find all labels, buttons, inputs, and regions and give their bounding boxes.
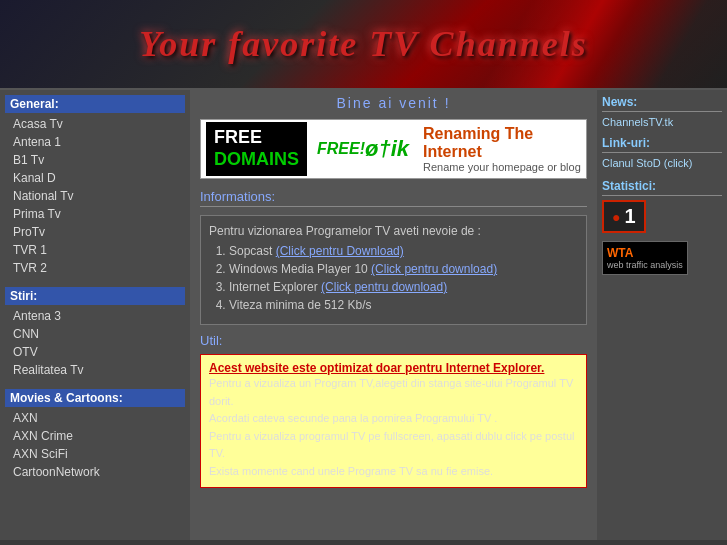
list-item: Sopcast (Click pentru Download): [229, 244, 578, 258]
item-label: Sopcast: [229, 244, 272, 258]
info-content: Pentru vizionarea Programelor TV aveti n…: [200, 215, 587, 325]
sidebar-item-axnscifi[interactable]: AXN SciFi: [5, 445, 185, 463]
warning-text: Acest website este optimizat doar pentru…: [209, 361, 578, 375]
item-label: Windows Media Player 10: [229, 262, 368, 276]
info-list: Sopcast (Click pentru Download) Windows …: [209, 244, 578, 312]
para-3: Pentru a vizualiza programul TV pe fulls…: [209, 428, 578, 463]
sopcast-link[interactable]: (Click pentru Download): [276, 244, 404, 258]
wta-subtitle: web traffic analysis: [607, 260, 683, 270]
informations-header: Informations:: [200, 189, 587, 207]
links-header: Link-uri:: [602, 136, 722, 153]
list-item: Windows Media Player 10 (Click pentru do…: [229, 262, 578, 276]
news-header: News:: [602, 95, 722, 112]
list-item: Viteza minima de 512 Kb/s: [229, 298, 578, 312]
sidebar-item-kanald[interactable]: Kanal D: [5, 169, 185, 187]
sidebar-item-otv[interactable]: OTV: [5, 343, 185, 361]
sidebar-item-axn[interactable]: AXN: [5, 409, 185, 427]
sidebar-section-movies: Movies & Cartoons:: [5, 389, 185, 407]
banner-domains-label: DOMAINS: [214, 149, 299, 169]
main-layout: General: Acasa Tv Antena 1 B1 Tv Kanal D…: [0, 90, 727, 540]
wmp-link[interactable]: (Click pentru download): [371, 262, 497, 276]
banner-image: FREEDOMAINS FREE! ø†ik Renaming The Inte…: [200, 119, 587, 179]
sidebar-item-b1tv[interactable]: B1 Tv: [5, 151, 185, 169]
warning-box: Acest website este optimizat doar pentru…: [200, 354, 587, 488]
page-header: Your favorite TV Channels: [0, 0, 727, 90]
info-intro: Pentru vizionarea Programelor TV aveti n…: [209, 224, 578, 238]
left-sidebar: General: Acasa Tv Antena 1 B1 Tv Kanal D…: [0, 90, 190, 540]
para-2: Acordati cateva secunde pana la pornirea…: [209, 410, 578, 428]
stats-counter: ● 1: [602, 200, 646, 233]
sidebar-item-antena3[interactable]: Antena 3: [5, 307, 185, 325]
sidebar-item-protv[interactable]: ProTv: [5, 223, 185, 241]
sidebar-item-primatv[interactable]: Prima Tv: [5, 205, 185, 223]
stats-section: Statistici: ● 1 WTA web traffic analysis: [602, 179, 722, 275]
banner-logo: FREE! ø†ik Renaming The Internet Rename …: [317, 125, 581, 173]
banner-area[interactable]: FREEDOMAINS FREE! ø†ik Renaming The Inte…: [200, 119, 587, 179]
sidebar-item-nationaltv[interactable]: National Tv: [5, 187, 185, 205]
banner-free-badge: FREE!: [317, 140, 365, 158]
counter-icon: ●: [612, 209, 620, 225]
wta-badge[interactable]: WTA web traffic analysis: [602, 241, 688, 275]
sidebar-item-antena1[interactable]: Antena 1: [5, 133, 185, 151]
stats-number: 1: [624, 205, 635, 228]
list-item: Internet Explorer (Click pentru download…: [229, 280, 578, 294]
ie-link[interactable]: (Click pentru download): [321, 280, 447, 294]
banner-brand: ø†ik: [365, 136, 409, 162]
news-link[interactable]: ChannelsTV.tk: [602, 116, 722, 128]
welcome-text: Bine ai venit !: [200, 95, 587, 111]
info-para: Pentru a vizualiza un Program TV,alegeti…: [209, 375, 578, 481]
stats-header: Statistici:: [602, 179, 722, 196]
para-1: Pentru a vizualiza un Program TV,alegeti…: [209, 375, 578, 410]
right-sidebar: News: ChannelsTV.tk Link-uri: Clanul Sto…: [597, 90, 727, 540]
sidebar-section-general: General:: [5, 95, 185, 113]
sidebar-item-cartoonnetwork[interactable]: CartoonNetwork: [5, 463, 185, 481]
page-title: Your favorite TV Channels: [139, 23, 587, 65]
sidebar-item-tvr2[interactable]: TVR 2: [5, 259, 185, 277]
banner-subtitle: Rename your homepage or blog: [423, 161, 581, 173]
banner-free-label: FREEDOMAINS: [206, 122, 307, 175]
clan-stod-link[interactable]: Clanul StoD (click): [602, 157, 722, 169]
wta-title: WTA: [607, 246, 683, 260]
sidebar-item-acasa-tv[interactable]: Acasa Tv: [5, 115, 185, 133]
item-label: Viteza minima de 512 Kb/s: [229, 298, 372, 312]
banner-title: Renaming The Internet: [423, 125, 581, 161]
para-4: Exista momente cand unele Programe TV sa…: [209, 463, 578, 481]
utili-header: Util:: [200, 333, 587, 348]
item-label: Internet Explorer: [229, 280, 318, 294]
banner-text: Renaming The Internet Rename your homepa…: [423, 125, 581, 173]
center-content: Bine ai venit ! FREEDOMAINS FREE! ø†ik R…: [190, 90, 597, 540]
sidebar-item-realitatea[interactable]: Realitatea Tv: [5, 361, 185, 379]
sidebar-section-stiri: Stiri:: [5, 287, 185, 305]
sidebar-item-axncrime[interactable]: AXN Crime: [5, 427, 185, 445]
sidebar-item-cnn[interactable]: CNN: [5, 325, 185, 343]
sidebar-item-tvr1[interactable]: TVR 1: [5, 241, 185, 259]
